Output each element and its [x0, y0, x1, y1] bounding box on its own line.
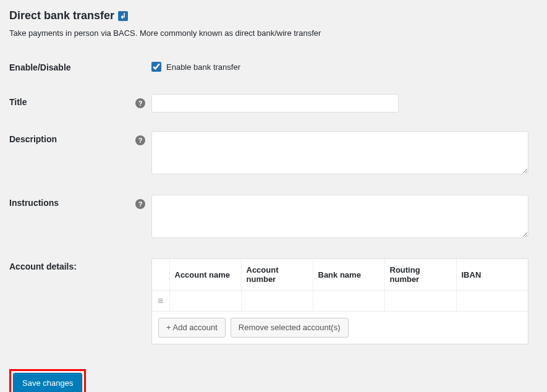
- description-textarea[interactable]: [151, 131, 528, 174]
- accounts-footer: + Add account Remove selected account(s): [152, 312, 528, 344]
- enable-checkbox[interactable]: [151, 62, 161, 72]
- page-title: Direct bank transfer ↲: [9, 9, 538, 22]
- title-input[interactable]: [151, 94, 399, 113]
- enable-checkbox-label: Enable bank transfer: [166, 62, 240, 72]
- col-account-name: Account name: [169, 259, 241, 291]
- bank-name-input[interactable]: [313, 291, 384, 311]
- instructions-textarea[interactable]: [151, 195, 528, 238]
- page-description: Take payments in person via BACS. More c…: [9, 28, 538, 38]
- help-icon[interactable]: ?: [135, 135, 145, 145]
- settings-form: Enable/Disable Enable bank transfer Titl…: [9, 50, 538, 354]
- enable-label: Enable/Disable: [9, 50, 151, 85]
- col-account-number: Account number: [241, 259, 313, 291]
- description-label: Description ?: [9, 122, 151, 185]
- accounts-label: Account details:: [9, 249, 151, 354]
- title-label: Title ?: [9, 85, 151, 122]
- account-name-input[interactable]: [170, 291, 241, 311]
- routing-number-input[interactable]: [385, 291, 456, 311]
- back-icon[interactable]: ↲: [118, 11, 128, 21]
- save-button[interactable]: Save changes: [13, 373, 82, 392]
- sort-column-header: [152, 259, 169, 291]
- sort-handle-icon[interactable]: ≡: [152, 291, 169, 312]
- table-row: ≡: [152, 291, 528, 312]
- remove-account-button[interactable]: Remove selected account(s): [231, 318, 349, 338]
- col-routing-number: Routing number: [384, 259, 456, 291]
- col-iban: IBAN: [456, 259, 528, 291]
- enable-checkbox-row[interactable]: Enable bank transfer: [151, 59, 532, 72]
- help-icon[interactable]: ?: [135, 199, 145, 209]
- add-account-button[interactable]: + Add account: [158, 318, 226, 338]
- page-title-text: Direct bank transfer: [9, 9, 114, 22]
- accounts-table-wrap: Account name Account number Bank name Ro…: [151, 258, 528, 344]
- help-icon[interactable]: ?: [135, 98, 145, 108]
- account-number-input[interactable]: [242, 291, 313, 311]
- col-bank-name: Bank name: [313, 259, 384, 291]
- iban-input[interactable]: [457, 291, 528, 311]
- accounts-table: Account name Account number Bank name Ro…: [152, 259, 528, 312]
- save-button-highlight: Save changes: [9, 369, 86, 392]
- instructions-label: Instructions ?: [9, 185, 151, 249]
